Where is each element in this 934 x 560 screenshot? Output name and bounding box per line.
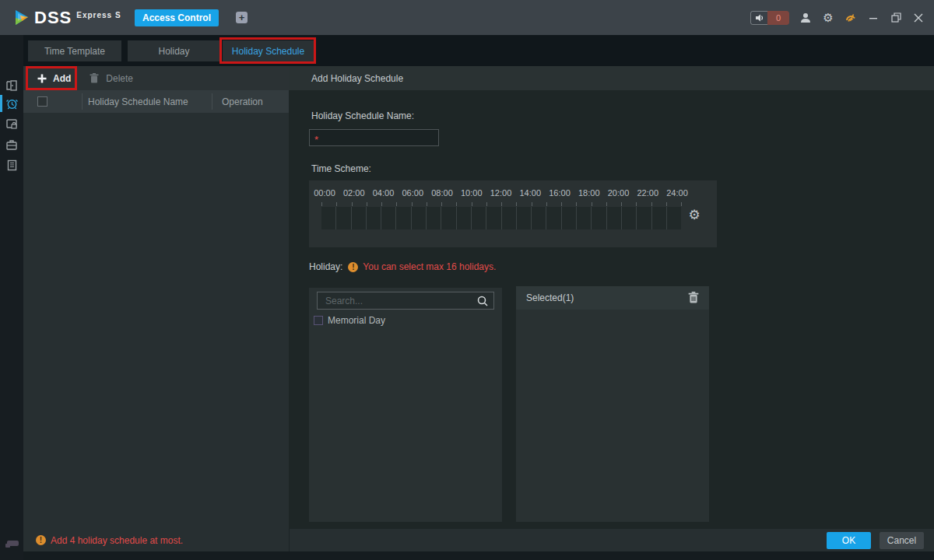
access-control-tab[interactable]: Access Control — [135, 9, 219, 26]
hour-label: 12:00 — [490, 188, 512, 198]
timeline-cells[interactable] — [321, 207, 681, 229]
timeline-hour-cell[interactable] — [457, 207, 471, 229]
timeline-hour-cell[interactable] — [592, 207, 606, 229]
cancel-button[interactable]: Cancel — [880, 532, 924, 549]
new-tab-button[interactable]: + — [236, 12, 248, 23]
timeline-hour-cell[interactable] — [396, 207, 410, 229]
timeline-hour-cell[interactable] — [637, 207, 651, 229]
timeline-hour-cell[interactable] — [352, 207, 366, 229]
timeline-hour-cell[interactable] — [486, 207, 500, 229]
timeline-hour-cell[interactable] — [562, 207, 576, 229]
settings-gear-icon[interactable]: ⚙ — [822, 12, 834, 24]
select-all-checkbox[interactable] — [37, 96, 47, 107]
holiday-schedule-list-panel: Add Delete Holiday Schedule Name Operati… — [23, 66, 289, 529]
time-hour-labels: 00:0002:0004:0006:0008:0010:0012:0014:00… — [309, 188, 717, 199]
footer-warning-row: ! Add 4 holiday schedule at most. — [36, 529, 183, 551]
alarm-clock-icon — [5, 97, 19, 110]
tab-time-template[interactable]: Time Template — [28, 40, 121, 61]
time-scheme-editor: 00:0002:0004:0006:0008:0010:0012:0014:00… — [309, 180, 717, 247]
add-button-label: Add — [53, 73, 71, 84]
hour-label: 10:00 — [461, 188, 483, 198]
selected-list-empty — [516, 310, 709, 522]
timeline-hour-cell[interactable] — [546, 207, 560, 229]
timeline-hour-cell[interactable] — [321, 207, 335, 229]
warning-icon: ! — [348, 262, 358, 272]
hour-label: 20:00 — [608, 188, 630, 198]
timeline-hour-cell[interactable] — [577, 207, 591, 229]
dss-express-window: DSS Express S Access Control + 0 ⚙ — [0, 0, 934, 560]
time-scheme-label: Time Scheme: — [311, 163, 371, 174]
hour-label: 08:00 — [431, 188, 453, 198]
title-bar: DSS Express S Access Control + 0 ⚙ — [0, 0, 934, 35]
timeline-hour-cell[interactable] — [367, 207, 381, 229]
search-box — [317, 292, 494, 310]
selected-header: Selected(1) — [516, 286, 709, 310]
timeline-hour-cell[interactable] — [667, 207, 681, 229]
search-icon[interactable] — [476, 295, 489, 307]
sidebar-item-console[interactable] — [0, 76, 23, 95]
tab-holiday-schedule[interactable]: Holiday Schedule — [223, 40, 314, 61]
restore-icon[interactable] — [890, 12, 902, 24]
column-divider — [212, 93, 212, 110]
holiday-schedule-name-input[interactable] — [309, 129, 439, 146]
timeline-hour-cell[interactable] — [652, 207, 666, 229]
titlebar-controls: 0 ⚙ — [750, 0, 925, 35]
tab-holiday[interactable]: Holiday — [128, 40, 220, 61]
plus-icon — [37, 74, 47, 83]
delete-button[interactable]: Delete — [90, 73, 133, 84]
column-name-header: Holiday Schedule Name — [88, 96, 188, 107]
clear-selected-trash-icon[interactable] — [688, 292, 700, 304]
hour-label: 06:00 — [402, 188, 423, 198]
timeline-hour-cell[interactable] — [472, 207, 486, 229]
max-schedules-warning: Add 4 holiday schedule at most. — [51, 535, 183, 546]
timeline-hour-cell[interactable] — [607, 207, 621, 229]
alarm-count-badge: 0 — [767, 11, 789, 25]
sidebar-item-time-template[interactable] — [0, 94, 23, 113]
max-holidays-warning: You can select max 16 holidays. — [363, 261, 496, 272]
timeline-hour-cell[interactable] — [532, 207, 546, 229]
panel-header: Add Holiday Schedule — [289, 66, 934, 90]
timeline-hour-cell[interactable] — [502, 207, 516, 229]
hour-label: 02:00 — [343, 188, 365, 198]
ok-button[interactable]: OK — [827, 532, 871, 549]
holiday-item-checkbox[interactable] — [314, 316, 323, 325]
speaker-icon — [750, 11, 767, 25]
name-field-label: Holiday Schedule Name: — [311, 110, 414, 121]
add-button[interactable]: Add — [37, 73, 71, 84]
holiday-source-list: Memorial Day — [309, 288, 502, 522]
sidebar-item-log[interactable] — [0, 156, 23, 174]
timeline-hour-cell[interactable] — [441, 207, 455, 229]
selected-holidays-panel: Selected(1) — [516, 286, 709, 522]
sidebar-item-permission[interactable] — [0, 115, 23, 134]
close-icon[interactable] — [912, 12, 925, 24]
selected-count-label: Selected(1) — [526, 292, 574, 303]
column-operation-header: Operation — [222, 96, 263, 107]
minimize-icon[interactable] — [867, 12, 880, 24]
hour-label: 14:00 — [519, 188, 541, 198]
report-list-icon — [6, 159, 18, 171]
console-toggle-icon[interactable] — [4, 537, 21, 550]
screen-lock-icon — [5, 118, 18, 131]
bottom-divider — [289, 529, 290, 551]
module-sidebar — [0, 35, 23, 560]
timeline-hour-cell[interactable] — [622, 207, 636, 229]
timeline-hour-cell[interactable] — [427, 207, 441, 229]
add-holiday-schedule-panel: Add Holiday Schedule Holiday Schedule Na… — [289, 66, 934, 529]
holiday-list-item[interactable]: Memorial Day — [314, 315, 385, 326]
time-settings-gear-icon[interactable]: ⚙ — [686, 208, 702, 223]
sub-tabstrip: Time Template Holiday Holiday Schedule — [23, 35, 934, 66]
user-icon[interactable] — [799, 12, 812, 24]
alarm-indicator[interactable]: 0 — [750, 11, 789, 25]
holiday-section-label-row: Holiday: ! You can select max 16 holiday… — [309, 261, 496, 273]
footer-strip — [23, 551, 934, 560]
timeline-hour-cell[interactable] — [517, 207, 531, 229]
sidebar-item-toolbox[interactable] — [0, 135, 23, 154]
timeline-hour-cell[interactable] — [412, 207, 426, 229]
list-toolbar: Add Delete — [23, 66, 289, 90]
app-logo: DSS Express S — [12, 8, 121, 28]
timeline-hour-cell[interactable] — [336, 207, 350, 229]
network-status-icon[interactable] — [844, 12, 857, 24]
briefcase-icon — [5, 138, 18, 151]
search-input[interactable] — [318, 292, 493, 309]
timeline-hour-cell[interactable] — [381, 207, 395, 229]
